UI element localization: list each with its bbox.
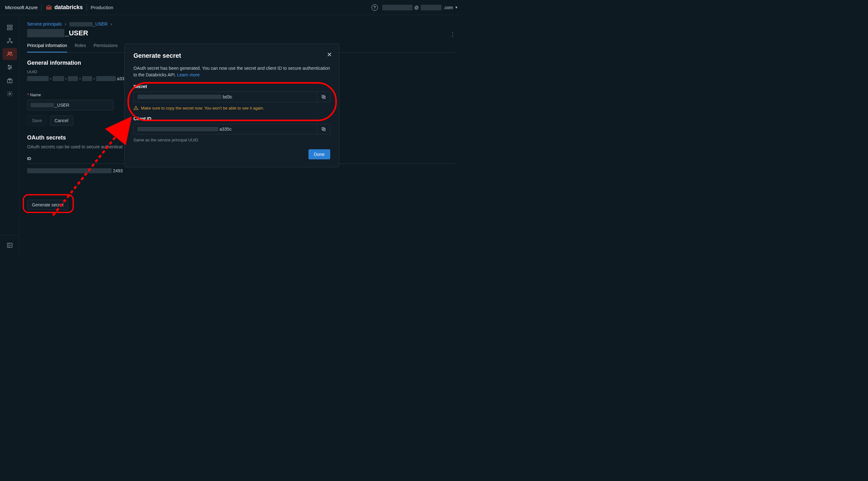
sidebar-item-users[interactable] [2,48,17,60]
copy-secret-button[interactable] [317,92,330,102]
svg-point-10 [10,67,11,67]
at-sign: @ [414,5,419,10]
gift-icon [7,77,13,84]
tab-principal-info[interactable]: Principal information [27,40,67,52]
svg-rect-0 [7,25,9,27]
redacted [27,168,112,173]
svg-rect-14 [7,243,12,247]
redacted [53,76,64,81]
modal-description: OAuth secret has been generated. You can… [133,65,330,78]
help-icon[interactable]: ? [372,4,378,11]
divider [41,4,42,11]
redacted [27,76,49,81]
kebab-menu[interactable]: ⋮ [450,31,456,38]
modal-title: Generate secret [133,52,330,59]
learn-more-link[interactable]: Learn more [177,72,200,77]
generate-secret-modal: Generate secret ✕ OAuth secret has been … [124,43,339,167]
warning-icon [133,106,138,111]
redacted [82,76,92,81]
secret-value: bd3c [134,92,317,102]
name-input[interactable]: _USER [27,100,114,111]
svg-point-11 [8,68,9,69]
redacted [96,76,116,81]
copy-icon [321,94,326,99]
secret-field: bd3c [133,92,330,102]
topbar-right: ? @ .com ▼ [372,4,458,11]
sidebar [0,15,20,256]
email-suffix: .com [443,5,453,10]
user-menu[interactable]: @ .com ▼ [382,5,458,10]
sidebar-item-workspaces[interactable] [2,22,17,33]
redacted [31,103,54,107]
redacted [137,95,221,99]
grid-icon [7,24,13,31]
topbar-left: Microsoft Azure databricks Production [5,4,113,11]
tab-permissions[interactable]: Permissions [94,40,118,52]
sidebar-item-org[interactable] [2,35,17,47]
svg-point-9 [8,65,9,66]
svg-rect-3 [10,28,12,30]
tab-roles[interactable]: Roles [75,40,86,52]
users-icon [7,51,13,57]
breadcrumb-sep: › [65,22,67,27]
brand: databricks [45,4,83,11]
client-id-label: Client ID [133,116,330,121]
svg-point-4 [9,38,10,39]
save-button[interactable]: Save [27,116,47,126]
sidebar-item-gear[interactable] [2,88,17,100]
svg-point-13 [9,93,10,95]
page-title: _USER [27,29,456,37]
svg-point-8 [10,52,12,53]
redacted [421,5,441,10]
sidebar-item-settings2[interactable] [2,61,17,73]
svg-rect-1 [10,25,12,27]
done-button[interactable]: Done [308,149,330,159]
breadcrumb: Service principals › _USER › [27,22,456,27]
expand-icon [7,242,13,248]
chevron-down-icon: ▼ [455,6,458,9]
client-id-hint: Same as the service principal UUID [133,138,330,142]
redacted [137,127,218,131]
svg-rect-2 [7,28,9,30]
copy-icon [321,126,326,131]
gear-icon [7,91,13,97]
secret-label: Secret [133,84,330,89]
breadcrumb-sep: › [111,22,112,27]
copy-client-id-button[interactable] [317,124,330,134]
modal-footer: Done [133,149,330,159]
generate-secret-wrap: Generate secret [27,200,68,210]
cloud-provider-label: Microsoft Azure [5,5,37,10]
breadcrumb-current[interactable]: _USER [69,22,109,27]
redacted [68,76,78,81]
redacted [27,29,64,37]
topbar: Microsoft Azure databricks Production ? … [0,0,463,15]
org-icon [7,37,13,44]
databricks-logo-icon [45,4,52,11]
generate-secret-button[interactable]: Generate secret [27,200,68,210]
sliders-icon [7,64,13,70]
brand-text: databricks [54,4,83,11]
svg-point-7 [8,52,10,54]
breadcrumb-root[interactable]: Service principals [27,22,62,27]
sidebar-bottom [0,235,19,251]
cancel-button[interactable]: Cancel [50,116,73,126]
modal-close-button[interactable]: ✕ [327,51,332,58]
client-id-value: a335c [134,124,317,134]
client-id-field: a335c [133,124,330,134]
divider [86,4,87,11]
sidebar-expand[interactable] [2,239,17,251]
redacted [382,5,412,10]
secret-warning: Make sure to copy the secret now. You wo… [133,106,330,111]
redacted [69,22,93,27]
sidebar-item-gift[interactable] [2,74,17,87]
environment-label: Production [91,5,113,10]
